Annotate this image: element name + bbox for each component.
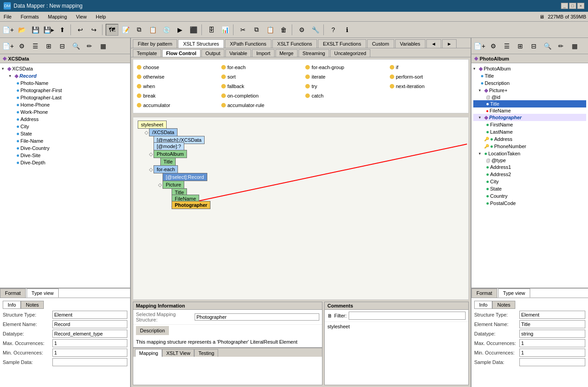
right-datatype-value[interactable] (519, 330, 585, 338)
right-tab-typeview[interactable]: Type view (498, 289, 530, 298)
tab-next[interactable]: ► (442, 39, 457, 48)
flow-try[interactable]: try (305, 82, 381, 90)
flow-iterate[interactable]: iterate (305, 73, 381, 80)
left-tree-city[interactable]: ● City (2, 123, 128, 130)
left-structure-type-value[interactable] (52, 311, 127, 319)
right-edit-btn[interactable]: ✏ (555, 40, 567, 52)
undo-button[interactable]: ↩ (74, 24, 87, 36)
menu-help[interactable]: Help (94, 14, 108, 20)
save-as-button[interactable]: 💾▸ (42, 24, 55, 36)
flow-perform-sort[interactable]: perform-sort (390, 73, 465, 80)
left-expand-btn[interactable]: ⊞ (42, 40, 55, 52)
left-tree-record[interactable]: ▾ ◆ Record (2, 72, 128, 79)
left-filter-btn[interactable]: ▦ (97, 40, 109, 52)
map-view-button[interactable]: 🗺 (106, 24, 118, 36)
right-max-occ-value[interactable] (519, 339, 585, 347)
copy2-button[interactable]: ⧉ (250, 24, 263, 36)
left-tree-photographer-last[interactable]: ● Photographer-Last (2, 94, 128, 101)
menu-formats[interactable]: Formats (19, 14, 41, 20)
right-info-tab-info[interactable]: Info (474, 301, 492, 309)
right-add-btn[interactable]: 📄+ (473, 40, 486, 52)
left-tree-dive-country[interactable]: ● Dive-Country (2, 145, 128, 152)
subtab-output[interactable]: Output (201, 49, 224, 57)
run-button[interactable]: ▶ (173, 24, 186, 36)
menu-mapping[interactable]: Mapping (46, 14, 69, 20)
xslt-view-button[interactable]: 📝 (119, 24, 132, 36)
subtab-template[interactable]: Template (133, 49, 161, 57)
tab-prev[interactable]: ◄ (426, 39, 441, 48)
flow-next-iteration[interactable]: next-iteration (390, 82, 465, 90)
left-sample-data-value[interactable] (52, 358, 127, 366)
right-settings-btn[interactable]: ⚙ (487, 40, 499, 52)
tab-exslt-functions[interactable]: EXSLT Functions (318, 39, 366, 48)
left-tree-address[interactable]: ● Address (2, 116, 128, 123)
xslt-xcspath[interactable]: /XCSData (149, 128, 177, 136)
right-root-expand[interactable]: ▾ (473, 66, 478, 71)
redo-button[interactable]: ↪ (88, 24, 100, 36)
left-tree-root[interactable]: ▾ ◆ XCSData (2, 65, 128, 72)
settings-button[interactable]: ⚙ (295, 24, 308, 36)
open-source-button[interactable]: 📂 (15, 24, 28, 36)
right-tab-format[interactable]: Format (471, 289, 497, 298)
right-tree-address[interactable]: 🔑 ● Address (473, 135, 586, 143)
right-tree-address2[interactable]: ● Address2 (473, 171, 586, 178)
left-element-name-value[interactable] (52, 320, 127, 328)
right-tree-phonenumber[interactable]: 🔑 ● PhoneNumber (473, 143, 586, 150)
right-tree-type-attr[interactable]: @ @type (473, 157, 586, 163)
right-tree-country[interactable]: ● Country (473, 192, 586, 200)
export-button[interactable]: ⬆ (56, 24, 69, 36)
maximize-button[interactable]: □ (569, 3, 576, 9)
left-tree-work-phone[interactable]: ● Work-Phone (2, 108, 128, 116)
flow-accumulator[interactable]: accumulator (137, 102, 212, 109)
right-tree-lt-state[interactable]: ● State (473, 185, 586, 192)
right-location-expand[interactable]: ▾ (479, 151, 483, 156)
left-min-occ-value[interactable] (52, 349, 127, 357)
db-button[interactable]: 🗄 (205, 24, 218, 36)
window-controls[interactable]: _ □ × (561, 3, 584, 9)
right-info-tab-notes[interactable]: Notes (492, 301, 515, 309)
xslt-foreach[interactable]: for-each (154, 165, 178, 173)
left-tree-dive-site[interactable]: ● Dive-Site (2, 152, 128, 159)
delete-button[interactable]: 🗑 (277, 24, 290, 36)
left-info-tab-notes[interactable]: Notes (21, 301, 44, 309)
subtab-merge[interactable]: Merge (275, 49, 298, 57)
subtab-uncategorized[interactable]: Uncategorized (330, 49, 370, 57)
right-search-btn[interactable]: 🔍 (541, 40, 554, 52)
right-min-occ-value[interactable] (519, 349, 585, 357)
left-settings-btn[interactable]: ⚙ (15, 40, 28, 52)
right-tree-filename[interactable]: ● FileName (473, 107, 586, 114)
flow-otherwise[interactable]: otherwise (137, 73, 212, 80)
tab-xslt-functions[interactable]: XSLT Functions (272, 39, 317, 48)
tab-custom[interactable]: Custom (367, 39, 394, 48)
left-tree-file-name[interactable]: ● File-Name (2, 137, 128, 145)
left-info-tab-info[interactable]: Info (3, 301, 21, 309)
paste-button[interactable]: 📋 (146, 24, 159, 36)
right-filter-btn[interactable]: ▦ (568, 40, 581, 52)
left-tree-photographer-first[interactable]: ● Photographer-First (2, 87, 128, 94)
xslt-mode[interactable]: [@mode]:? (154, 142, 184, 150)
subtab-flow-control[interactable]: Flow Control (162, 49, 201, 57)
right-tree-photographer[interactable]: ▾ ◆ Photographer (473, 114, 586, 121)
format-button[interactable]: 🔧 (309, 24, 322, 36)
description-button[interactable]: Description (136, 326, 169, 335)
flow-for-each[interactable]: for-each (221, 63, 297, 71)
right-list-btn[interactable]: ☰ (500, 40, 513, 52)
flow-sort[interactable]: sort (221, 73, 297, 80)
right-tree-picture[interactable]: ▾ ◆ Picture+ (473, 87, 586, 94)
tab-xslt-structures[interactable]: XSLT Structures (178, 39, 224, 48)
tab-variables[interactable]: Variables (395, 39, 425, 48)
right-photographer-expand[interactable]: ▾ (479, 115, 483, 120)
flow-when[interactable]: when (137, 82, 212, 90)
right-collapse-btn[interactable]: ⊟ (527, 40, 540, 52)
right-tree-pic-title[interactable]: ● Title (473, 100, 586, 107)
xslt-select[interactable]: [@select]:Record (163, 173, 207, 181)
right-structure-type-value[interactable] (519, 311, 585, 319)
xslt-picture[interactable]: Picture (163, 181, 184, 189)
save-button[interactable]: 💾 (29, 24, 42, 36)
left-datatype-value[interactable] (52, 330, 127, 338)
xslt-stylesheet[interactable]: stylesheet (138, 121, 167, 129)
subtab-import[interactable]: Import (252, 49, 274, 57)
flow-for-each-group[interactable]: for-each-group (305, 63, 381, 71)
mapping-tab-xsltview[interactable]: XSLT View (162, 349, 194, 357)
right-tree-id[interactable]: @ @id (473, 94, 586, 100)
